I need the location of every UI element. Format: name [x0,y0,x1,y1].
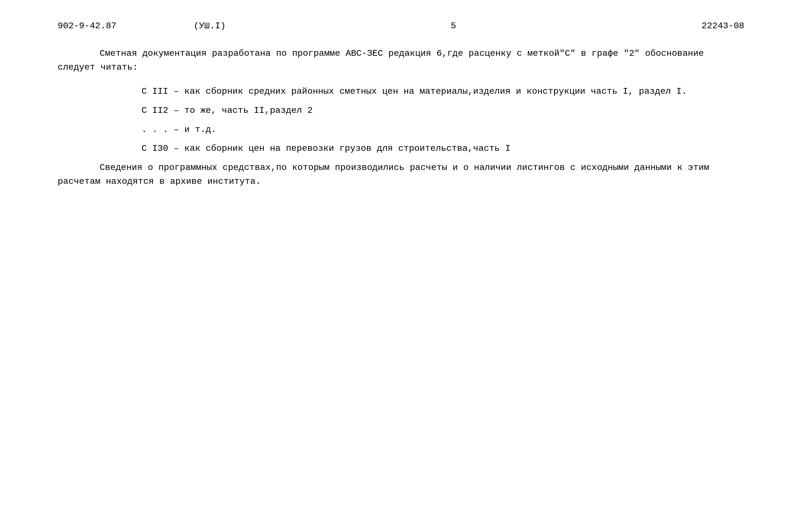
item-etc: . . . – и т.д. [58,123,744,137]
content: Сметная документация разработана по прог… [58,46,744,189]
intro-paragraph: Сметная документация разработана по прог… [58,46,744,74]
header: 902-9-42.87 (УШ.I) 5 22243-08 [58,21,744,31]
item-c3: С III – как сборник средних районных сме… [58,84,744,98]
header-section: (УШ.I) [157,21,262,31]
outro-paragraph: Сведения о программных средствах,по кото… [58,161,744,188]
header-doc-number: 902-9-42.87 [58,21,157,31]
header-page-number: 5 [262,21,645,31]
item-c130: С I30 – как сборник цен на перевозки гру… [58,141,744,155]
item-c112: С II2 – то же, часть II,раздел 2 [58,104,744,117]
header-doc-code: 22243-08 [645,21,744,31]
page-container: 902-9-42.87 (УШ.I) 5 22243-08 Сметная до… [0,0,802,532]
